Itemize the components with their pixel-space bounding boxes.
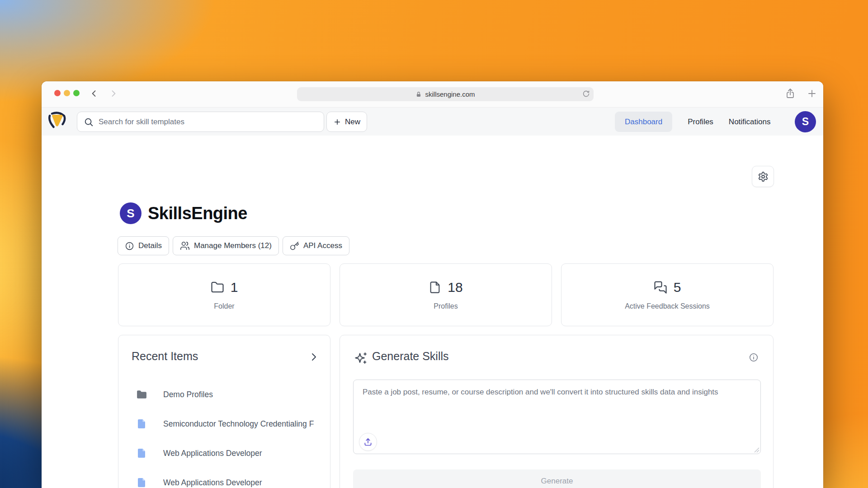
address-bar[interactable]: skillsengine.com [297, 87, 594, 101]
sparkles-icon [354, 352, 368, 365]
stat-label: Folder [214, 302, 234, 310]
list-item[interactable]: Demo Profiles [118, 388, 330, 401]
stat-label: Profiles [434, 302, 458, 310]
chevron-left-icon [90, 89, 99, 98]
settings-button[interactable] [752, 166, 774, 187]
list-item[interactable]: Web Applications Developer [118, 476, 330, 488]
generate-button[interactable]: Generate [353, 469, 761, 488]
browser-window: skillsengine.com New [42, 81, 823, 488]
api-access-button[interactable]: API Access [283, 236, 349, 255]
plus-icon [333, 118, 341, 126]
share-icon [785, 88, 796, 99]
list-item[interactable]: Semiconductor Technology Credentialing F [118, 417, 330, 431]
reload-icon[interactable] [582, 90, 590, 98]
generate-skills-title: Generate Skills [372, 350, 449, 363]
file-icon [429, 281, 441, 294]
file-filled-icon [136, 448, 147, 459]
list-item-label: Web Applications Developer [163, 449, 330, 458]
app-header: New Dashboard Profiles Notifications S [42, 108, 823, 136]
list-item-label: Demo Profiles [163, 390, 330, 399]
lock-icon [415, 91, 422, 98]
new-button-label: New [345, 117, 360, 127]
browser-back-button[interactable] [88, 87, 100, 100]
list-item-label: Web Applications Developer [163, 478, 330, 488]
details-label: Details [138, 241, 162, 250]
generate-skills-panel: Generate Skills Generate [340, 335, 774, 488]
stat-label: Active Feedback Sessions [625, 302, 710, 310]
browser-chrome: skillsengine.com [42, 81, 823, 108]
share-button[interactable] [785, 88, 796, 99]
list-item[interactable]: Web Applications Developer [118, 446, 330, 460]
zoom-window-button[interactable] [73, 90, 80, 96]
details-button[interactable]: Details [118, 236, 169, 255]
skillsengine-logo-icon [46, 111, 68, 132]
chat-icon [654, 281, 667, 294]
chevron-right-icon[interactable] [308, 352, 319, 362]
dashboard-content: S SkillsEngine Details Manage Members (1… [42, 136, 823, 488]
users-icon [180, 241, 190, 251]
manage-members-button[interactable]: Manage Members (12) [173, 236, 279, 255]
generate-input-textarea[interactable] [353, 380, 761, 454]
info-icon [125, 241, 134, 251]
nav-profiles[interactable]: Profiles [688, 117, 713, 127]
search-input[interactable] [99, 117, 317, 127]
nav-notifications[interactable]: Notifications [729, 117, 771, 127]
recent-items-panel: Recent Items Demo Profiles Semiconductor… [118, 335, 330, 488]
nav-dashboard[interactable]: Dashboard [615, 112, 672, 132]
folder-icon [211, 281, 224, 294]
key-icon [290, 241, 299, 251]
recent-items-title: Recent Items [132, 350, 198, 363]
gear-icon [758, 171, 769, 182]
stat-card-feedback-sessions[interactable]: 5 Active Feedback Sessions [561, 263, 774, 326]
close-window-button[interactable] [54, 90, 61, 96]
stat-value: 1 [231, 280, 238, 295]
page-title: SkillsEngine [148, 202, 247, 224]
plus-icon [807, 88, 817, 99]
org-actions: Details Manage Members (12) API Access [118, 236, 349, 255]
org-avatar: S [120, 202, 142, 224]
stat-value: 18 [448, 280, 462, 295]
upload-icon [363, 437, 373, 446]
user-avatar[interactable]: S [795, 111, 816, 132]
list-item-label: Semiconductor Technology Credentialing F [163, 419, 330, 429]
search-icon [84, 117, 94, 127]
new-tab-button[interactable] [807, 88, 817, 99]
browser-forward-button[interactable] [107, 87, 120, 100]
chevron-right-icon [109, 89, 118, 98]
upload-button[interactable] [359, 433, 377, 451]
info-icon[interactable] [749, 352, 759, 362]
url-text: skillsengine.com [425, 90, 475, 98]
stat-cards: 1 Folder 18 Profiles 5 Active Feedback S… [118, 263, 774, 326]
stat-value: 5 [674, 280, 681, 295]
file-filled-icon [136, 477, 147, 488]
top-nav: Dashboard Profiles Notifications [615, 112, 770, 132]
manage-members-label: Manage Members (12) [194, 241, 272, 250]
minimize-window-button[interactable] [64, 90, 70, 96]
new-button[interactable]: New [326, 112, 367, 132]
stat-card-profiles[interactable]: 18 Profiles [340, 263, 552, 326]
api-access-label: API Access [303, 241, 342, 250]
file-filled-icon [136, 418, 147, 429]
stat-card-folders[interactable]: 1 Folder [118, 263, 330, 326]
folder-filled-icon [136, 389, 147, 400]
search-box [77, 112, 324, 132]
